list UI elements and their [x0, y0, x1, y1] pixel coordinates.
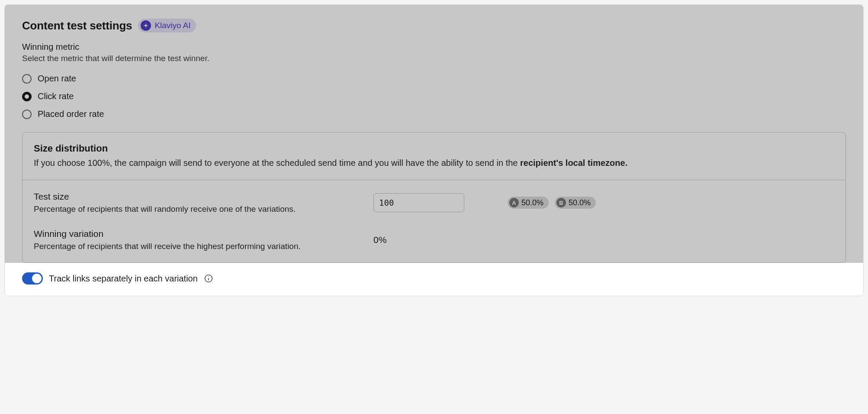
test-size-desc: Percentage of recipients that will rando… [34, 204, 360, 214]
variation-pct: 50.0% [521, 198, 543, 207]
svg-point-2 [208, 277, 209, 277]
test-size-input-wrap: % [373, 193, 464, 212]
radio-placed-order-rate[interactable]: Placed order rate [22, 109, 846, 119]
size-distribution-desc-text: If you choose 100%, the campaign will se… [34, 158, 520, 168]
header-row: Content test settings Klaviyo AI [22, 19, 846, 32]
footer-row: Track links separately in each variation [5, 263, 863, 296]
radio-icon [22, 74, 32, 84]
variation-chip-b: B 50.0% [555, 197, 596, 209]
klaviyo-ai-badge[interactable]: Klaviyo AI [138, 19, 196, 32]
variation-pct: 50.0% [569, 198, 591, 207]
settings-card: Content test settings Klaviyo AI Winning… [4, 4, 864, 296]
radio-click-rate[interactable]: Click rate [22, 91, 846, 101]
info-icon[interactable] [204, 274, 213, 283]
toggle-knob [32, 274, 42, 283]
sparkle-icon [141, 20, 151, 31]
size-distribution-box: Size distribution If you choose 100%, th… [22, 132, 846, 263]
test-size-row: Test size Percentage of recipients that … [34, 191, 834, 214]
winning-variation-title: Winning variation [34, 229, 360, 239]
track-links-label: Track links separately in each variation [49, 274, 198, 284]
variation-letter: A [509, 198, 519, 207]
test-size-title: Test size [34, 191, 360, 202]
size-distribution-desc-strong: recipient's local timezone. [520, 158, 627, 168]
winning-metric-desc: Select the metric that will determine th… [22, 54, 846, 63]
variation-chip-a: A 50.0% [508, 197, 549, 209]
radio-label: Open rate [38, 74, 76, 84]
size-distribution-title: Size distribution [34, 143, 834, 154]
variation-letter: B [556, 198, 566, 207]
winning-variation-desc: Percentage of recipients that will recei… [34, 242, 360, 251]
radio-label: Click rate [38, 91, 74, 101]
winning-variation-row: Winning variation Percentage of recipien… [34, 229, 834, 251]
size-distribution-desc: If you choose 100%, the campaign will se… [34, 157, 834, 169]
radio-label: Placed order rate [38, 109, 104, 119]
radio-open-rate[interactable]: Open rate [22, 74, 846, 84]
winning-metric-label: Winning metric [22, 42, 846, 52]
dimmed-region: Content test settings Klaviyo AI Winning… [5, 5, 863, 263]
test-size-input[interactable] [374, 198, 464, 207]
size-distribution-header: Size distribution If you choose 100%, th… [23, 133, 845, 180]
track-links-toggle[interactable] [22, 272, 43, 285]
page-title: Content test settings [22, 19, 132, 32]
variation-chips: A 50.0% B 50.0% [508, 197, 834, 209]
winning-variation-value: 0% [373, 235, 386, 245]
radio-icon [22, 110, 32, 119]
winning-metric-radio-group: Open rate Click rate Placed order rate [22, 74, 846, 119]
ai-badge-label: Klaviyo AI [154, 21, 190, 30]
radio-icon [22, 92, 32, 101]
